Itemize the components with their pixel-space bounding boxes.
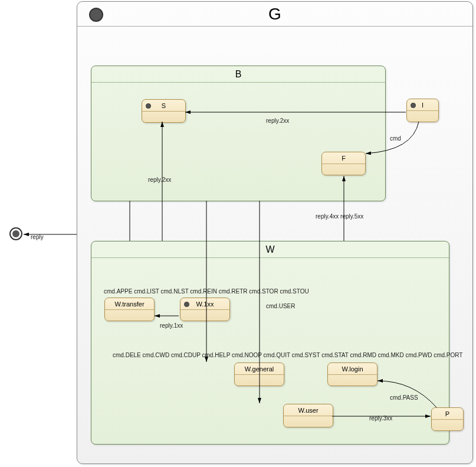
state-W-login: W.login	[327, 363, 377, 386]
state-F-label: F	[342, 155, 346, 162]
initial-dot-G	[89, 8, 103, 22]
state-W-1xx-header: W.1xx	[180, 298, 229, 310]
edge-label-generalCmds: cmd.DELE cmd.CWD cmd.CDUP cmd.HELP cmd.N…	[113, 352, 462, 358]
state-W-1xx-label: W.1xx	[196, 301, 214, 308]
state-W-general-header: W.general	[235, 363, 284, 375]
state-S: S	[142, 99, 186, 123]
region-B: B S F	[91, 66, 386, 201]
initial-dot-W1xx	[184, 302, 189, 307]
state-P-header: P	[432, 408, 463, 420]
edge-label-reply-out: reply	[31, 234, 44, 240]
state-F: F	[321, 152, 366, 175]
edge-label-cmdUSER: cmd.USER	[266, 303, 295, 309]
edge-label-reply1xx: reply.1xx	[160, 322, 183, 329]
state-S-header: S	[142, 100, 185, 112]
state-W-transfer-label: W.transfer	[114, 301, 144, 308]
edge-label-reply45xx: reply.4xx reply.5xx	[316, 213, 363, 220]
edge-label-reply2xx-IS: reply.2xx	[266, 117, 289, 124]
state-W-user-label: W.user	[298, 407, 318, 414]
state-S-label: S	[162, 102, 166, 109]
state-W-general: W.general	[234, 363, 284, 386]
state-P: P	[431, 407, 464, 431]
state-W-transfer-header: W.transfer	[105, 298, 154, 310]
state-G-title: G	[268, 5, 281, 24]
state-G-header: G	[77, 2, 472, 27]
region-W-header: W	[91, 241, 449, 258]
edge-label-reply3xx: reply.3xx	[369, 415, 392, 422]
state-F-header: F	[322, 152, 365, 164]
region-W-title: W	[265, 244, 274, 255]
state-I-label: I	[422, 102, 424, 109]
state-W-login-label: W.login	[342, 365, 363, 373]
edge-label-cmdPASS: cmd.PASS	[390, 394, 418, 401]
initial-dot-I	[411, 103, 416, 108]
state-G: G B S F I W	[77, 1, 473, 464]
initial-dot-S	[146, 103, 151, 109]
state-W-user-header: W.user	[284, 404, 333, 416]
region-B-title: B	[235, 69, 242, 80]
final-state	[9, 227, 22, 240]
edge-label-transferCmds: cmd.APPE cmd.LIST cmd.NLST cmd.REIN cmd.…	[104, 288, 309, 295]
state-P-label: P	[445, 410, 449, 417]
region-B-header: B	[91, 66, 385, 83]
state-W-transfer: W.transfer	[104, 298, 155, 321]
region-W: W W.transfer W.1xx W.general W.login	[91, 241, 449, 445]
state-W-login-header: W.login	[328, 363, 377, 375]
state-W-general-label: W.general	[245, 365, 274, 373]
state-I-header: I	[407, 99, 438, 111]
state-W-1xx: W.1xx	[180, 298, 230, 321]
edge-label-reply2xx-BS: reply.2xx	[148, 177, 171, 183]
state-W-user: W.user	[283, 404, 333, 427]
state-I: I	[406, 99, 439, 122]
edge-label-cmd-IF: cmd	[390, 135, 401, 142]
